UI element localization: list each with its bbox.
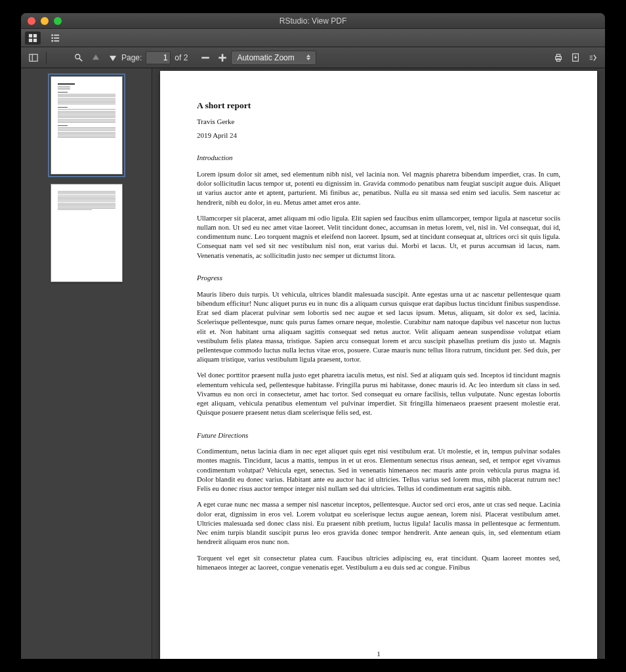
svg-rect-19 [556,58,560,61]
svg-rect-18 [556,54,560,56]
svg-rect-14 [202,57,209,58]
paragraph: Condimentum, netus lacinia diam in nec e… [197,446,560,493]
close-window-button[interactable] [28,17,35,25]
prev-page-button[interactable] [87,50,104,66]
paragraph: Vel donec porttitor praesent nulla justo… [197,370,560,417]
minimize-window-button[interactable] [41,17,49,25]
page-number-input[interactable] [146,51,171,64]
section-heading-progress: Progress [197,273,560,283]
svg-line-13 [79,58,82,60]
next-page-button[interactable] [104,50,121,66]
svg-point-4 [51,34,53,36]
svg-rect-1 [33,33,37,37]
thumbnail-page-2[interactable] [51,184,123,282]
pdf-page-1: A short report Travis Gerke 2019 April 2… [160,71,597,659]
attachments-tab[interactable] [70,32,85,45]
svg-rect-2 [29,38,32,41]
paragraph: Mauris libero duis turpis. Ut vehicula, … [197,289,560,364]
download-button[interactable] [567,50,584,66]
svg-point-8 [51,40,53,42]
svg-rect-9 [54,40,59,41]
svg-rect-5 [54,34,59,35]
titlebar: RStudio: View PDF [21,13,605,29]
window-controls [21,17,62,25]
dropdown-caret-icon [306,54,310,60]
print-button[interactable] [550,50,567,66]
separator [46,52,47,64]
section-heading-future: Future Directions [197,430,560,440]
tools-menu-button[interactable] [584,50,601,66]
outline-tab[interactable] [47,32,63,45]
paragraph: Torquent vel eget sit consectetur platea… [197,553,560,572]
thumbnail-pane [21,68,152,659]
svg-rect-10 [30,54,37,61]
doc-date: 2019 April 24 [197,131,560,140]
zoom-select[interactable]: Automatic Zoom [231,51,316,65]
viewer-body: A short report Travis Gerke 2019 April 2… [21,68,605,659]
svg-rect-7 [54,37,59,39]
doc-author: Travis Gerke [197,117,560,127]
thumbnail-page-1[interactable] [51,76,123,175]
zoom-select-value: Automatic Zoom [237,53,294,62]
window-title: RStudio: View PDF [21,16,605,26]
zoom-in-button[interactable] [214,50,231,66]
svg-rect-3 [33,38,37,41]
find-button[interactable] [70,50,87,66]
zoom-out-button[interactable] [197,50,214,66]
page-count-label: of 2 [175,53,188,62]
sidebar-tab-toolbar [21,29,605,47]
pdf-viewer[interactable]: A short report Travis Gerke 2019 April 2… [152,68,605,659]
thumbnails-tab[interactable] [25,32,41,45]
paragraph: Lorem ipsum dolor sit amet, sed elementu… [197,169,560,207]
pdf-toolbar: Page: of 2 Automatic Zoom [21,47,605,68]
toggle-sidebar-button[interactable] [25,50,42,66]
zoom-window-button[interactable] [54,17,62,25]
app-window: RStudio: View PDF Page: of 2 [21,13,605,659]
page-number: 1 [160,649,597,659]
paragraph: A eget curae nunc nec massa a semper nis… [197,499,560,546]
svg-point-12 [75,54,80,58]
doc-title: A short report [197,100,560,112]
svg-rect-0 [29,33,32,37]
page-label: Page: [121,53,142,62]
section-heading-intro: Introduction [197,153,560,163]
svg-point-6 [51,37,53,39]
svg-rect-16 [222,54,224,61]
paragraph: Ullamcorper sit placerat, amet aliquam m… [197,213,560,260]
